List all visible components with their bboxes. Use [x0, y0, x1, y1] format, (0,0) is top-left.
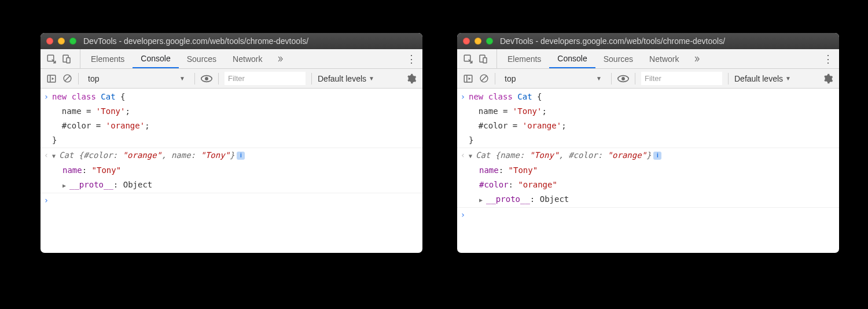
tab-elements[interactable]: Elements — [83, 49, 133, 68]
chevron-down-icon[interactable] — [52, 149, 59, 162]
devtools-window-right: DevTools - developers.google.com/web/too… — [457, 33, 839, 253]
tab-strip: Elements Console Sources Network ⋮ — [457, 49, 839, 69]
prompt-icon: › — [41, 91, 52, 103]
chevron-right-icon[interactable] — [479, 193, 486, 206]
sidebar-toggle-icon[interactable] — [463, 73, 473, 84]
titlebar[interactable]: DevTools - developers.google.com/web/too… — [457, 33, 839, 49]
code-line: new class Cat { — [469, 91, 839, 103]
info-icon[interactable]: i — [237, 152, 245, 160]
svg-rect-12 — [464, 75, 472, 82]
prompt-row[interactable]: › — [41, 193, 422, 208]
code-line: } — [52, 134, 422, 146]
minimize-button[interactable] — [58, 38, 65, 45]
tab-strip: Elements Console Sources Network ⋮ — [41, 49, 422, 69]
prompt-icon: › — [457, 209, 469, 221]
info-icon[interactable]: i — [653, 152, 661, 160]
filter-input[interactable] — [641, 72, 722, 85]
close-button[interactable] — [46, 38, 53, 45]
device-toggle-icon[interactable] — [478, 54, 493, 64]
tab-elements[interactable]: Elements — [499, 49, 549, 68]
traffic-lights — [463, 38, 493, 45]
output-icon: ‹ — [41, 149, 52, 162]
more-tabs-button[interactable] — [687, 49, 707, 68]
context-select[interactable]: top ▼ — [84, 73, 189, 84]
svg-point-17 — [621, 77, 625, 80]
prompt-icon: › — [41, 194, 52, 207]
chevron-down-icon[interactable] — [469, 149, 476, 162]
object-property[interactable]: #color: "orange" — [469, 179, 839, 191]
maximize-button[interactable] — [69, 38, 76, 45]
window-title: DevTools - developers.google.com/web/too… — [83, 36, 308, 46]
tab-sources[interactable]: Sources — [595, 49, 641, 68]
titlebar[interactable]: DevTools - developers.google.com/web/too… — [41, 33, 422, 49]
tab-network[interactable]: Network — [641, 49, 687, 68]
filter-input[interactable] — [225, 72, 306, 85]
inspect-icon[interactable] — [46, 54, 61, 64]
svg-rect-3 — [47, 75, 56, 82]
dropdown-icon: ▼ — [179, 75, 185, 82]
more-tabs-button[interactable] — [270, 49, 290, 68]
object-property[interactable]: name: "Tony" — [52, 164, 422, 176]
code-line: new class Cat { — [52, 91, 422, 103]
context-select[interactable]: top ▼ — [501, 73, 605, 84]
live-expression-icon[interactable] — [617, 75, 629, 83]
traffic-lights — [46, 38, 76, 45]
svg-point-8 — [205, 77, 208, 80]
tab-list: Elements Console Sources Network — [80, 49, 290, 68]
clear-console-icon[interactable] — [479, 73, 489, 83]
tab-console[interactable]: Console — [549, 49, 595, 68]
object-proto[interactable]: __proto__: Object — [52, 179, 422, 192]
close-button[interactable] — [463, 38, 470, 45]
prompt-icon: › — [457, 91, 469, 103]
context-value: top — [505, 74, 516, 83]
code-line: } — [469, 134, 839, 146]
console-toolbar: top ▼ Default levels ▼ — [457, 69, 839, 89]
code-line: #color = 'orange'; — [469, 120, 839, 132]
tab-console[interactable]: Console — [133, 49, 178, 68]
input-row: › new class Cat { — [457, 90, 839, 104]
svg-line-15 — [481, 76, 487, 81]
code-line: #color = 'orange'; — [52, 120, 422, 132]
object-summary[interactable]: Cat {name: "Tony", #color: "orange"}i — [469, 149, 839, 162]
window-title: DevTools - developers.google.com/web/too… — [500, 36, 725, 46]
tab-menu[interactable]: ⋮ — [823, 49, 839, 68]
code-line: name = 'Tony'; — [52, 105, 422, 117]
object-proto[interactable]: __proto__: Object — [469, 193, 839, 206]
console-output[interactable]: › new class Cat { name = 'Tony'; #color … — [41, 89, 422, 253]
dropdown-icon: ▼ — [369, 75, 374, 82]
inspect-icon[interactable] — [463, 54, 478, 64]
tab-sources[interactable]: Sources — [179, 49, 225, 68]
console-toolbar: top ▼ Default levels ▼ — [41, 69, 422, 89]
output-icon: ‹ — [457, 149, 469, 162]
devtools-window-left: DevTools - developers.google.com/web/too… — [41, 33, 422, 253]
levels-label: Default levels — [734, 74, 783, 83]
device-toggle-icon[interactable] — [61, 54, 76, 64]
object-summary[interactable]: Cat {#color: "orange", name: "Tony"}i — [52, 149, 422, 162]
settings-icon[interactable] — [823, 73, 833, 84]
tab-network[interactable]: Network — [225, 49, 270, 68]
tab-menu[interactable]: ⋮ — [406, 49, 422, 68]
dropdown-icon: ▼ — [596, 75, 602, 82]
clear-console-icon[interactable] — [62, 73, 72, 83]
live-expression-icon[interactable] — [201, 75, 212, 83]
console-output[interactable]: › new class Cat { name = 'Tony'; #color … — [457, 89, 839, 253]
code-line: name = 'Tony'; — [469, 105, 839, 117]
svg-line-6 — [65, 76, 70, 81]
prompt-row[interactable]: › — [457, 208, 839, 222]
levels-select[interactable]: Default levels ▼ — [734, 74, 791, 83]
inspect-tools — [457, 49, 497, 68]
minimize-button[interactable] — [475, 38, 481, 45]
inspect-tools — [41, 49, 80, 68]
svg-rect-2 — [67, 57, 70, 62]
svg-rect-11 — [483, 57, 487, 62]
dropdown-icon: ▼ — [785, 75, 791, 82]
sidebar-toggle-icon[interactable] — [46, 73, 57, 84]
object-property[interactable]: name: "Tony" — [469, 164, 839, 176]
output-row: ‹ Cat {name: "Tony", #color: "orange"}i — [457, 148, 839, 163]
chevron-right-icon[interactable] — [62, 179, 69, 192]
maximize-button[interactable] — [486, 38, 493, 45]
tab-list: Elements Console Sources Network — [497, 49, 707, 68]
settings-icon[interactable] — [406, 73, 417, 84]
context-value: top — [88, 74, 99, 83]
levels-select[interactable]: Default levels ▼ — [318, 74, 374, 83]
